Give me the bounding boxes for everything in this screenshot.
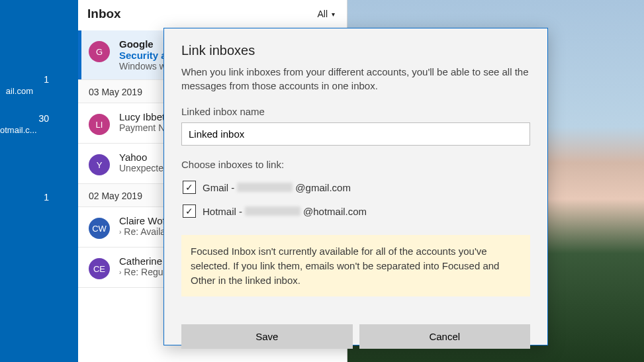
sidebar-account-1[interactable]: 1 ail.com (0, 74, 78, 100)
dialog-title: Link inboxes (181, 43, 530, 58)
unread-count: 1 (0, 192, 71, 203)
redacted-text (237, 183, 293, 192)
name-field-label: Linked inbox name (181, 106, 530, 117)
inbox-option-label: Gmail - @gmail.com (203, 182, 351, 193)
reply-icon: › (119, 228, 121, 236)
account-label: ail.com (0, 86, 71, 96)
sidebar-account-2[interactable]: 30 otmail.c... (0, 113, 78, 139)
sidebar-account-3[interactable]: 1 (0, 192, 78, 208)
checkbox-icon[interactable]: ✓ (183, 204, 196, 218)
avatar: Y (89, 154, 110, 175)
inbox-title: Inbox (87, 7, 121, 21)
dialog-buttons: Save Cancel (181, 324, 530, 349)
reply-icon: › (119, 269, 121, 276)
linked-inbox-name-input[interactable] (181, 122, 530, 146)
filter-label: All (317, 9, 328, 19)
account-label: otmail.c... (0, 125, 71, 135)
checkbox-icon[interactable]: ✓ (183, 181, 196, 194)
avatar: CE (89, 258, 110, 279)
choose-label: Choose inboxes to link: (181, 159, 530, 170)
cancel-button[interactable]: Cancel (359, 324, 531, 349)
unread-count: 1 (0, 74, 71, 85)
inbox-checkbox-list: ✓ Gmail - @gmail.com ✓ Hotmail - @hotmai… (181, 175, 530, 223)
inbox-option-label: Hotmail - @hotmail.com (203, 206, 367, 217)
chevron-down-icon: ▾ (332, 11, 335, 18)
dialog-description: When you link inboxes from your differen… (181, 65, 530, 93)
redacted-text (245, 206, 300, 216)
warning-banner: Focused Inbox isn't currently available … (181, 235, 530, 296)
link-inboxes-dialog: Link inboxes When you link inboxes from … (163, 28, 548, 345)
nav-sidebar: 1 ail.com 30 otmail.c... 1 (0, 0, 78, 362)
unread-count: 30 (0, 113, 71, 124)
avatar: CW (89, 218, 110, 239)
inbox-header: Inbox All ▾ (78, 0, 347, 30)
inbox-option[interactable]: ✓ Hotmail - @hotmail.com (181, 199, 530, 223)
filter-dropdown[interactable]: All ▾ (314, 7, 338, 21)
save-button[interactable]: Save (181, 324, 353, 349)
avatar: LI (89, 114, 110, 135)
avatar: G (89, 41, 110, 62)
inbox-option[interactable]: ✓ Gmail - @gmail.com (181, 175, 530, 199)
